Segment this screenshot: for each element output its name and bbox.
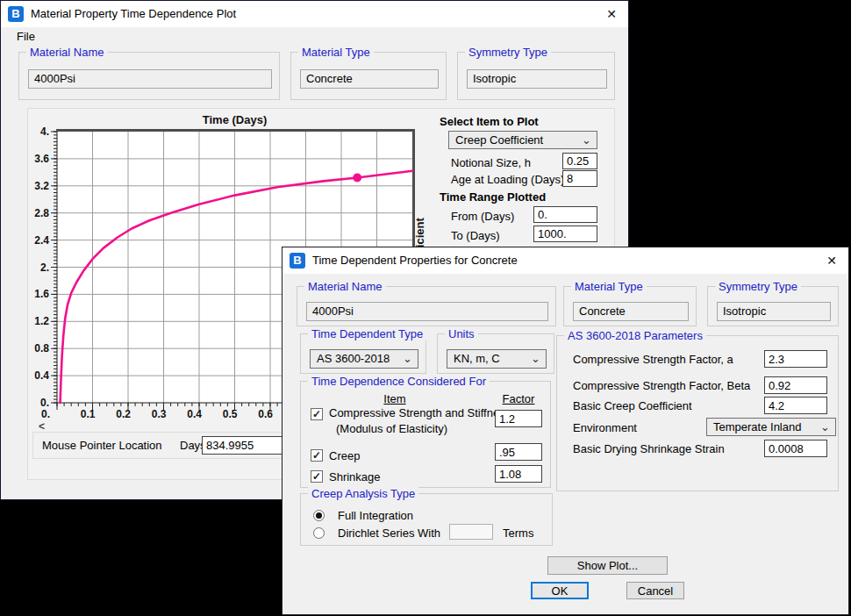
svg-text:4.: 4. <box>40 125 49 138</box>
notional-size-label: Notional Size, h <box>451 156 531 169</box>
notional-size-input[interactable] <box>562 153 597 169</box>
material-type-group: Material Type Concrete <box>563 286 697 326</box>
scroll-left-icon[interactable]: < <box>39 420 45 433</box>
param-input[interactable] <box>764 376 827 394</box>
param-label: Basic Creep Coefficient <box>573 399 692 412</box>
material-name-value: 4000Psi <box>28 69 272 89</box>
show-plot-button[interactable]: Show Plot... <box>547 556 668 575</box>
factor-input[interactable] <box>495 465 542 483</box>
app-icon: B <box>290 253 305 269</box>
material-name-group: Material Name 4000Psi <box>18 52 280 100</box>
symmetry-type-label: Symmetry Type <box>465 46 551 59</box>
svg-text:0.: 0. <box>41 408 50 420</box>
material-name-label: Material Name <box>26 46 108 59</box>
svg-text:1.2: 1.2 <box>34 315 49 327</box>
param-label: Compressive Strength Factor, Beta <box>573 379 750 392</box>
material-type-value: Concrete <box>573 302 689 321</box>
as-parameters-group: AS 3600-2018 Parameters Compressive Stre… <box>556 335 839 491</box>
row-label: Shrinkage <box>329 470 381 483</box>
svg-text:0.2: 0.2 <box>116 408 131 420</box>
symmetry-type-group: Symmetry Type Isotropic <box>457 52 615 100</box>
app-icon: B <box>8 6 24 22</box>
to-days-label: To (Days) <box>451 229 500 242</box>
cancel-button[interactable]: Cancel <box>626 582 684 599</box>
factor-input[interactable] <box>495 443 542 461</box>
param-input[interactable] <box>764 440 827 457</box>
compressive-strength-checkbox[interactable]: ✓ <box>311 408 323 420</box>
age-at-loading-input[interactable] <box>562 170 597 187</box>
symmetry-type-group: Symmetry Type Isotropic <box>707 286 839 326</box>
terms-input[interactable] <box>449 524 493 540</box>
dirichlet-series-radio[interactable] <box>313 527 325 539</box>
material-name-group: Material Name 4000Psi <box>297 286 556 326</box>
time-dependent-type-value: AS 3600-2018 <box>317 350 390 368</box>
time-range-label: Time Range Plotted <box>440 190 546 204</box>
row-sublabel: (Modulus of Elasticity) <box>336 422 447 435</box>
time-dependent-type-group: Time Dependent Type AS 3600-2018 ⌄ <box>300 333 426 374</box>
chevron-down-icon: ⌄ <box>403 350 412 368</box>
svg-text:0.8: 0.8 <box>34 342 49 355</box>
material-type-group: Material Type Concrete <box>290 52 447 100</box>
param-label: Basic Drying Shrinkage Strain <box>573 442 725 455</box>
svg-text:0.4: 0.4 <box>34 369 49 382</box>
material-type-label: Material Type <box>298 46 374 59</box>
close-icon[interactable]: ✕ <box>826 247 837 274</box>
material-name-value: 4000Psi <box>306 302 548 321</box>
creep-analysis-label: Creep Analysis Type <box>308 487 418 500</box>
to-days-input[interactable] <box>533 226 597 242</box>
environment-dropdown[interactable]: Temperate Inland ⌄ <box>706 418 836 436</box>
param-input[interactable] <box>764 397 827 414</box>
select-item-dropdown[interactable]: Creep Coefficient ⌄ <box>448 131 597 149</box>
creep-analysis-group: Creep Analysis Type Full Integration Dir… <box>300 493 553 546</box>
menu-file[interactable]: File <box>10 27 42 47</box>
svg-text:1.6: 1.6 <box>34 288 49 300</box>
select-item-value: Creep Coefficient <box>455 132 543 148</box>
properties-window: B Time Dependent Properties for Concrete… <box>282 247 849 615</box>
symmetry-type-value: Isotropic <box>717 302 831 321</box>
svg-text:0.1: 0.1 <box>81 408 96 420</box>
time-dependence-label: Time Dependence Considered For <box>308 375 490 388</box>
chevron-down-icon: ⌄ <box>820 419 830 435</box>
item-header: Item <box>329 392 461 405</box>
plot-window-titlebar[interactable]: B Material Property Time Dependence Plot… <box>1 1 628 27</box>
row-label: Creep <box>329 449 360 462</box>
chevron-down-icon: ⌄ <box>582 132 591 148</box>
radio-label: Full Integration <box>338 509 413 522</box>
mouse-days-value[interactable] <box>202 436 290 455</box>
creep-checkbox[interactable]: ✓ <box>311 449 323 462</box>
desktop-background: B Material Property Time Dependence Plot… <box>0 0 851 616</box>
close-icon[interactable]: ✕ <box>606 1 617 27</box>
svg-text:2.8: 2.8 <box>34 207 49 219</box>
time-dependence-group: Time Dependence Considered For Item Fact… <box>300 381 551 488</box>
age-at-loading-label: Age at Loading (Days) <box>451 173 564 186</box>
factor-input[interactable] <box>495 410 542 427</box>
param-label: Environment <box>573 421 637 434</box>
full-integration-radio[interactable] <box>313 510 325 521</box>
chevron-down-icon: ⌄ <box>531 350 540 368</box>
properties-window-title: Time Dependent Properties for Concrete <box>312 247 518 274</box>
svg-text:Time (Days): Time (Days) <box>203 113 267 126</box>
from-days-label: From (Days) <box>451 210 514 223</box>
properties-window-titlebar[interactable]: B Time Dependent Properties for Concrete… <box>282 247 848 274</box>
time-dependent-type-dropdown[interactable]: AS 3600-2018 ⌄ <box>310 349 418 369</box>
menubar: File <box>1 27 628 47</box>
units-label: Units <box>445 327 478 340</box>
mouse-location-label: Mouse Pointer Location <box>42 439 162 452</box>
svg-text:0.6: 0.6 <box>258 408 273 420</box>
material-type-label: Material Type <box>571 280 647 293</box>
svg-text:0.: 0. <box>40 397 49 409</box>
plot-window-title: Material Property Time Dependence Plot <box>31 1 236 27</box>
row-label: Compressive Strength and Stiffness <box>329 406 511 419</box>
units-dropdown[interactable]: KN, m, C ⌄ <box>447 349 547 369</box>
param-input[interactable] <box>764 350 827 368</box>
symmetry-type-value: Isotropic <box>467 69 607 89</box>
svg-text:2.4: 2.4 <box>34 234 49 247</box>
ok-button[interactable]: OK <box>531 582 589 599</box>
time-dependent-type-label: Time Dependent Type <box>308 327 426 340</box>
shrinkage-checkbox[interactable]: ✓ <box>311 470 323 483</box>
terms-label: Terms <box>503 526 533 540</box>
select-item-label: Select Item to Plot <box>440 115 539 128</box>
from-days-input[interactable] <box>533 206 597 223</box>
svg-text:0.5: 0.5 <box>223 408 238 420</box>
units-group: Units KN, m, C ⌄ <box>437 333 554 374</box>
